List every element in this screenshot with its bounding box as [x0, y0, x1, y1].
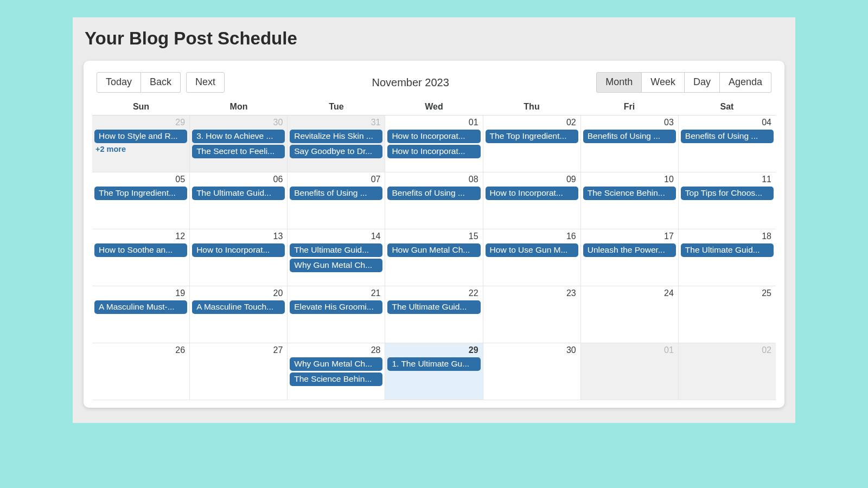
- date-number: 04: [680, 117, 775, 129]
- day-cell[interactable]: 22The Ultimate Guid...: [385, 286, 483, 343]
- calendar-event[interactable]: How to Soothe an...: [94, 243, 187, 257]
- nav-next-group: Next: [186, 72, 225, 93]
- calendar-event[interactable]: Revitalize His Skin ...: [290, 130, 382, 143]
- day-cell[interactable]: 25: [679, 286, 776, 343]
- day-cell[interactable]: 28Why Gun Metal Ch...The Science Behin..…: [288, 343, 385, 400]
- date-number: 28: [289, 344, 384, 356]
- calendar-event[interactable]: The Top Ingredient...: [94, 187, 187, 200]
- day-cell[interactable]: 24: [581, 286, 679, 343]
- calendar-event[interactable]: Why Gun Metal Ch...: [290, 259, 382, 272]
- day-cell[interactable]: 14The Ultimate Guid...Why Gun Metal Ch..…: [288, 229, 385, 286]
- calendar-event[interactable]: How to Incorporat...: [387, 130, 480, 143]
- calendar-event[interactable]: 3. How to Achieve ...: [192, 130, 285, 143]
- day-cell[interactable]: 20A Masculine Touch...: [190, 286, 288, 343]
- day-cell[interactable]: 04Benefits of Using ...: [679, 115, 776, 172]
- day-header: Tue: [288, 100, 385, 115]
- calendar-event[interactable]: Benefits of Using ...: [681, 130, 774, 143]
- view-day-button[interactable]: Day: [685, 72, 720, 93]
- view-agenda-button[interactable]: Agenda: [720, 72, 771, 93]
- day-header-row: SunMonTueWedThuFriSat: [92, 100, 776, 115]
- calendar-event[interactable]: Why Gun Metal Ch...: [290, 357, 382, 371]
- date-number: 03: [582, 117, 677, 129]
- nav-button-group: Today Back: [97, 72, 181, 93]
- calendar-event[interactable]: Top Tips for Choos...: [681, 187, 774, 200]
- day-cell[interactable]: 07Benefits of Using ...: [288, 172, 385, 229]
- date-number: 29: [93, 117, 188, 129]
- date-number: 26: [93, 344, 188, 356]
- calendar-event[interactable]: The Science Behin...: [290, 373, 382, 386]
- day-cell[interactable]: 23: [483, 286, 581, 343]
- date-number: 02: [484, 117, 579, 129]
- day-cell[interactable]: 13How to Incorporat...: [190, 229, 288, 286]
- day-cell[interactable]: 05The Top Ingredient...: [92, 172, 190, 229]
- date-number: 25: [680, 287, 775, 299]
- day-cell[interactable]: 11Top Tips for Choos...: [679, 172, 776, 229]
- day-cell[interactable]: 08Benefits of Using ...: [385, 172, 483, 229]
- calendar-event[interactable]: Elevate His Groomi...: [290, 300, 382, 314]
- date-number: 12: [93, 230, 188, 242]
- day-cell[interactable]: 10The Science Behin...: [581, 172, 679, 229]
- calendar-event[interactable]: The Science Behin...: [583, 187, 676, 200]
- calendar-event[interactable]: Unleash the Power...: [583, 243, 676, 257]
- day-cell[interactable]: 31Revitalize His Skin ...Say Goodbye to …: [288, 115, 385, 172]
- main-panel: Your Blog Post Schedule Today Back Next …: [73, 17, 795, 423]
- day-cell[interactable]: 30: [483, 343, 581, 400]
- show-more-link[interactable]: +2 more: [93, 145, 188, 153]
- day-header: Mon: [190, 100, 288, 115]
- day-cell[interactable]: 19A Masculine Must-...: [92, 286, 190, 343]
- calendar-event[interactable]: A Masculine Must-...: [94, 300, 187, 314]
- calendar-event[interactable]: The Ultimate Guid...: [192, 187, 285, 200]
- calendar-event[interactable]: Say Goodbye to Dr...: [290, 145, 382, 158]
- month-grid: 29How to Style and R...+2 more303. How t…: [91, 115, 777, 400]
- day-cell[interactable]: 01: [581, 343, 679, 400]
- day-cell[interactable]: 17Unleash the Power...: [581, 229, 679, 286]
- back-button[interactable]: Back: [141, 72, 181, 93]
- calendar-event[interactable]: The Ultimate Guid...: [387, 300, 480, 314]
- date-number: 24: [582, 287, 677, 299]
- day-cell[interactable]: 01How to Incorporat...How to Incorporat.…: [385, 115, 483, 172]
- day-header: Thu: [483, 100, 580, 115]
- calendar-event[interactable]: The Ultimate Guid...: [681, 243, 774, 257]
- calendar-event[interactable]: How to Style and R...: [94, 130, 187, 143]
- date-number: 07: [289, 174, 384, 185]
- date-number: 29: [386, 344, 481, 356]
- calendar-event[interactable]: Benefits of Using ...: [290, 187, 382, 200]
- date-number: 11: [680, 174, 775, 185]
- calendar-event[interactable]: 1. The Ultimate Gu...: [387, 357, 480, 371]
- view-month-button[interactable]: Month: [596, 72, 642, 93]
- view-week-button[interactable]: Week: [642, 72, 685, 93]
- day-header: Wed: [385, 100, 483, 115]
- day-cell[interactable]: 02: [679, 343, 776, 400]
- day-cell[interactable]: 16How to Use Gun M...: [483, 229, 581, 286]
- date-number: 16: [484, 230, 579, 242]
- day-cell[interactable]: 18The Ultimate Guid...: [679, 229, 776, 286]
- calendar-event[interactable]: How to Use Gun M...: [486, 243, 578, 257]
- current-month-label: November 2023: [225, 76, 596, 89]
- calendar-event[interactable]: The Secret to Feeli...: [192, 145, 285, 158]
- calendar-event[interactable]: Benefits of Using ...: [387, 187, 480, 200]
- day-cell[interactable]: 09How to Incorporat...: [483, 172, 581, 229]
- calendar-event[interactable]: How Gun Metal Ch...: [387, 243, 480, 257]
- calendar-event[interactable]: How to Incorporat...: [387, 145, 480, 158]
- calendar-toolbar: Today Back Next November 2023 Month Week…: [97, 69, 771, 95]
- day-cell[interactable]: 29How to Style and R...+2 more: [92, 115, 190, 172]
- calendar-event[interactable]: The Ultimate Guid...: [290, 243, 382, 257]
- calendar-event[interactable]: A Masculine Touch...: [192, 300, 285, 314]
- day-cell[interactable]: 27: [190, 343, 288, 400]
- day-cell[interactable]: 15How Gun Metal Ch...: [385, 229, 483, 286]
- calendar-event[interactable]: How to Incorporat...: [486, 187, 578, 200]
- day-cell[interactable]: 26: [92, 343, 190, 400]
- day-cell[interactable]: 02The Top Ingredient...: [483, 115, 581, 172]
- day-cell[interactable]: 06The Ultimate Guid...: [190, 172, 288, 229]
- day-cell[interactable]: 303. How to Achieve ...The Secret to Fee…: [190, 115, 288, 172]
- day-cell[interactable]: 291. The Ultimate Gu...: [385, 343, 483, 400]
- calendar-event[interactable]: The Top Ingredient...: [486, 130, 578, 143]
- day-cell[interactable]: 03Benefits of Using ...: [581, 115, 679, 172]
- next-button[interactable]: Next: [186, 72, 225, 93]
- calendar-event[interactable]: Benefits of Using ...: [583, 130, 676, 143]
- day-cell[interactable]: 21Elevate His Groomi...: [288, 286, 385, 343]
- date-number: 08: [386, 174, 481, 185]
- today-button[interactable]: Today: [97, 72, 141, 93]
- day-cell[interactable]: 12How to Soothe an...: [92, 229, 190, 286]
- calendar-event[interactable]: How to Incorporat...: [192, 243, 285, 257]
